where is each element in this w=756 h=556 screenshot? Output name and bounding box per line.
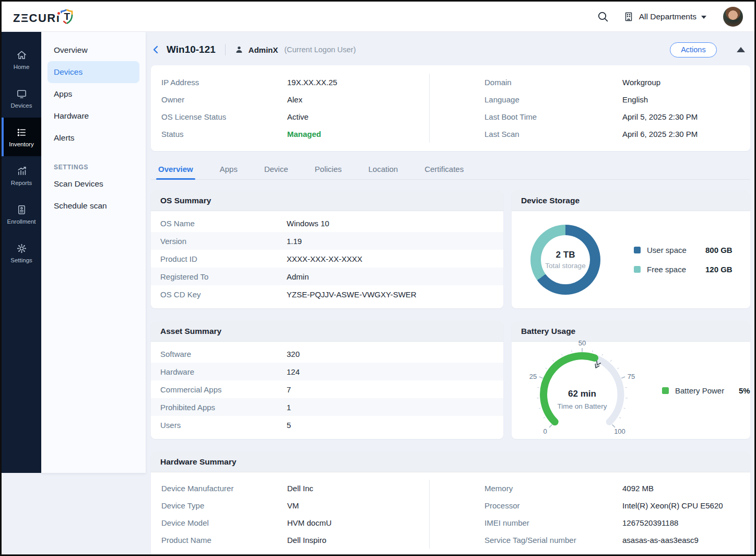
rail-label: Settings: [10, 257, 32, 263]
row-label: OS Name: [160, 219, 287, 228]
tab-device[interactable]: Device: [263, 160, 289, 179]
rail-label: Inventory: [9, 141, 33, 147]
card-title: Asset Summary: [151, 321, 503, 342]
rail-item-devices[interactable]: Devices: [2, 79, 41, 118]
info-value: English: [622, 95, 750, 104]
info-row: LanguageEnglish: [430, 91, 750, 108]
legend-value: 5%: [739, 386, 750, 395]
gauge-tick-0: 0: [543, 427, 547, 435]
storage-total-label: Total storage: [545, 262, 585, 270]
tab-policies[interactable]: Policies: [314, 160, 343, 179]
row-value: 7: [287, 385, 503, 394]
gear-icon: [16, 242, 28, 254]
legend-value: 800 GB: [705, 246, 733, 254]
brand-shield-icon: T: [59, 8, 75, 25]
sidebar-item-scan-devices[interactable]: Scan Devices: [41, 173, 146, 195]
tab-location[interactable]: Location: [367, 160, 399, 179]
info-label: Domain: [485, 78, 622, 87]
search-icon[interactable]: [597, 10, 609, 23]
legend-item: Battery Power 5%: [662, 386, 750, 395]
tab-overview[interactable]: Overview: [157, 160, 194, 179]
info-label: Status: [161, 130, 287, 138]
rail-item-inventory[interactable]: Inventory: [2, 118, 41, 156]
primary-nav-rail: Home Devices Inventory Reports: [2, 32, 41, 473]
rail-item-enrollment[interactable]: Enrollment: [2, 195, 41, 234]
enrollment-icon: [16, 204, 28, 216]
gauge-tick-25: 25: [529, 373, 537, 380]
building-icon: [623, 11, 634, 22]
main-content: Win10-121 AdminX (Current Logon User) Ac…: [146, 32, 756, 556]
sidebar-item-hardware[interactable]: Hardware: [41, 105, 146, 127]
home-icon: [16, 49, 28, 61]
table-row: OS CD KeyYZSE-PQJJV-ASWE-VWGXY-SWER: [151, 285, 503, 303]
info-value: Workgroup: [622, 78, 750, 87]
info-row: StatusManaged: [151, 125, 429, 143]
table-row: Service Tag/Serial numberasasas-as-aas3e…: [430, 531, 750, 549]
rail-item-home[interactable]: Home: [2, 40, 41, 79]
sidebar-section-settings: SETTINGS: [54, 164, 146, 171]
sidebar-item-alerts[interactable]: Alerts: [41, 127, 146, 149]
info-value: Alex: [287, 95, 429, 104]
rail-label: Home: [14, 64, 30, 70]
device-tabs: Overview Apps Device Policies Location C…: [151, 160, 750, 180]
row-label: Device Type: [161, 501, 287, 510]
tab-apps[interactable]: Apps: [219, 160, 239, 179]
row-value: 4092 MB: [622, 484, 750, 493]
sidebar-item-apps[interactable]: Apps: [41, 83, 146, 105]
card-title: Hardware Summary: [151, 451, 750, 472]
os-summary-card: OS Summary OS NameWindows 10 Version1.19…: [151, 190, 503, 308]
sidebar-item-devices[interactable]: Devices: [48, 61, 139, 83]
row-label: Software: [160, 350, 287, 358]
row-value: Intel(R) Xeon(R) CPU E5620: [622, 501, 750, 510]
status-badge: Managed: [287, 130, 429, 138]
table-row: OS NameWindows 10: [151, 214, 503, 232]
legend-value: 120 GB: [705, 265, 733, 274]
legend-swatch: [662, 387, 669, 394]
table-row: Product IDXXXX-XXX-XX-XXXX: [151, 250, 503, 268]
collapse-panel-icon[interactable]: [737, 47, 745, 52]
row-value: Windows 10: [287, 219, 503, 228]
battery-time-value: 62 min: [568, 389, 596, 399]
legend-swatch: [634, 266, 641, 273]
rail-item-reports[interactable]: Reports: [2, 156, 41, 195]
tab-certificates[interactable]: Certificates: [423, 160, 465, 179]
info-row: OwnerAlex: [151, 91, 429, 108]
avatar[interactable]: [723, 7, 743, 27]
app-logo[interactable]: ZΞCURı T: [13, 8, 75, 25]
row-value: 320: [287, 350, 503, 358]
device-info-panel: IP Address19X.XX.XX.25 OwnerAlex OS Lice…: [151, 65, 750, 151]
row-label: OS CD Key: [160, 290, 287, 299]
gauge-tick-100: 100: [614, 427, 625, 435]
legend-label: User space: [647, 246, 705, 254]
rail-item-settings[interactable]: Settings: [2, 234, 41, 272]
back-button[interactable]: [151, 44, 161, 55]
row-label: Hardware: [160, 367, 287, 376]
table-row: Memory4092 MB: [430, 480, 750, 497]
current-user-note: (Current Logon User): [284, 45, 356, 54]
row-label: Users: [160, 421, 287, 430]
inventory-icon: [16, 126, 28, 138]
table-row: Device ManufacturerDell Inc: [151, 480, 429, 497]
storage-total-value: 2 TB: [556, 250, 575, 260]
departments-dropdown[interactable]: All Departments: [623, 11, 706, 22]
info-label: Language: [485, 95, 622, 104]
row-value: Dell Inc: [287, 484, 429, 493]
row-label: Device Manufacturer: [161, 484, 287, 493]
row-label: Processor: [485, 501, 622, 510]
row-value: asasas-as-aas3easc9: [622, 536, 750, 545]
row-value: 124: [287, 367, 503, 376]
row-label: Device Model: [161, 518, 287, 527]
rail-label: Enrollment: [7, 218, 36, 225]
row-label: Product ID: [160, 254, 287, 263]
info-label: Last Boot Time: [485, 112, 622, 121]
hardware-summary-card: Hardware Summary Device ManufacturerDell…: [151, 451, 750, 556]
info-label: OS License Status: [161, 112, 287, 121]
info-row: Last ScanApril 6, 2025 2:30 PM: [430, 125, 750, 143]
actions-button[interactable]: Actions: [670, 42, 717, 57]
table-row: ProcessorIntel(R) Xeon(R) CPU E5620: [430, 497, 750, 514]
info-row: IP Address19X.XX.XX.25: [151, 74, 429, 91]
sidebar-item-schedule-scan[interactable]: Schedule scan: [41, 195, 146, 217]
current-user: AdminX: [249, 45, 278, 54]
sidebar-item-overview[interactable]: Overview: [41, 39, 146, 61]
row-value: Dell Inspiro: [287, 536, 429, 545]
